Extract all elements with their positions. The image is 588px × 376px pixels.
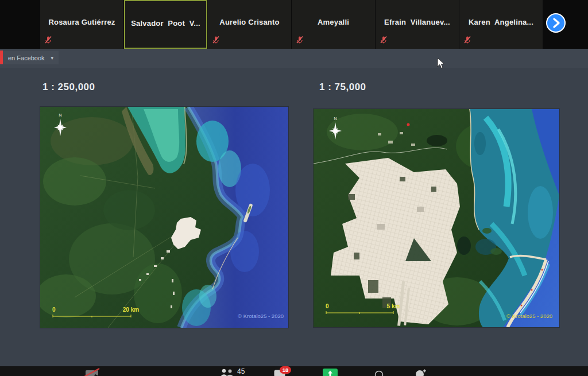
map-credit: © Krotalo25 - 2020 (506, 313, 552, 319)
record-icon[interactable] (374, 370, 384, 376)
map-credit: © Krotalo25 - 2020 (238, 313, 284, 319)
participant-name: Salvador Poot V... (125, 19, 206, 28)
mic-muted-icon (212, 36, 219, 44)
svg-text:N: N (59, 113, 61, 117)
svg-text:5 km: 5 km (387, 303, 400, 309)
participants-count: 45 (237, 367, 245, 375)
map-marker (407, 123, 410, 126)
participant-name: Ameyalli (292, 18, 375, 26)
share-screen-icon[interactable] (323, 369, 338, 376)
facebook-menu-label: en Facebook (8, 55, 45, 61)
chevron-down-icon: ▾ (51, 55, 54, 61)
next-participants-button[interactable] (546, 13, 566, 33)
mic-muted-icon (380, 36, 387, 44)
facebook-menu[interactable]: en Facebook ▾ (3, 51, 59, 64)
participant-name: Rosaura Gutiérrez (40, 18, 123, 26)
satellite-map-regional: N 0 20 km © Krotalo25 - 2020 (40, 107, 288, 328)
svg-text:0: 0 (52, 307, 56, 313)
participant-tile-active-speaker[interactable]: Salvador Poot V... (124, 0, 207, 49)
satellite-map-city-image: N 0 5 km © Krotalo25 - 2020 (314, 109, 559, 327)
chat-unread-badge: 18 (280, 366, 291, 374)
participant-name: Aurelio Crisanto (208, 18, 291, 26)
participant-name: Efrain Villanuev... (376, 18, 459, 26)
participant-tile[interactable]: Rosaura Gutiérrez (40, 0, 123, 49)
participant-video-strip: Rosaura Gutiérrez Salvador Poot V... Aur… (0, 0, 588, 49)
participant-name: Karen Angelina... (459, 18, 543, 26)
svg-text:N: N (334, 117, 336, 121)
participants-icon[interactable] (220, 369, 235, 376)
svg-text:0: 0 (326, 303, 329, 309)
map-scale-label: 1 : 75,000 (319, 82, 366, 93)
satellite-map-city: N 0 5 km © Krotalo25 - 2020 (314, 109, 559, 327)
svg-text:20 km: 20 km (123, 307, 139, 313)
map-scale-label: 1 : 250,000 (42, 82, 95, 93)
stop-video-icon[interactable] (84, 368, 101, 376)
shared-screen: en Facebook ▾ 1 : 250,000 1 : 75,000 (0, 49, 588, 366)
mic-muted-icon (464, 36, 471, 44)
participant-tile[interactable]: Aurelio Crisanto (208, 0, 291, 49)
participant-tile[interactable]: Efrain Villanuev... (376, 0, 459, 49)
shared-app-menubar (0, 49, 588, 68)
mouse-cursor (437, 57, 445, 69)
mic-muted-icon (296, 36, 303, 44)
meeting-window: Rosaura Gutiérrez Salvador Poot V... Aur… (0, 0, 588, 376)
participant-tile[interactable]: Ameyalli (292, 0, 375, 49)
mic-muted-icon (45, 36, 52, 44)
reactions-icon[interactable] (415, 369, 427, 376)
meeting-toolbar: 45 18 (0, 366, 588, 376)
chevron-right-icon (547, 14, 564, 32)
satellite-map-regional-image: N 0 20 km © Krotalo25 - 2020 (40, 107, 288, 328)
participant-tile[interactable]: Karen Angelina... (459, 0, 543, 49)
